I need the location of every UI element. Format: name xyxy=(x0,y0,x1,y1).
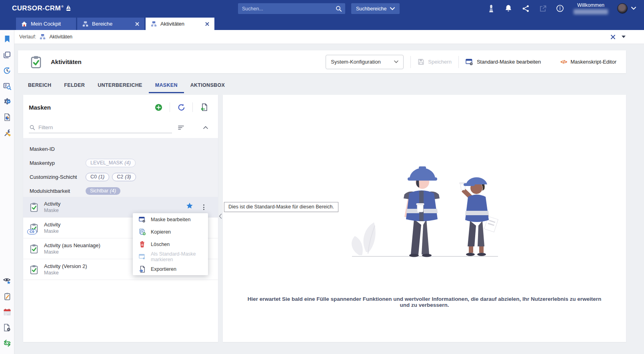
home-icon xyxy=(21,21,27,27)
add-mask-icon[interactable] xyxy=(154,103,163,112)
tools-icon[interactable] xyxy=(3,128,12,137)
windows-copy-icon[interactable] xyxy=(3,50,12,59)
close-tab-icon[interactable] xyxy=(135,22,139,26)
history-entry[interactable]: Aktivitäten xyxy=(49,34,72,40)
trash-icon xyxy=(138,241,146,248)
welcome-label: Willkommen xyxy=(577,2,604,8)
filter-chip[interactable]: C2 (3) xyxy=(112,173,136,181)
configuration-select-value: System-Konfiguration xyxy=(331,59,380,65)
search-icon[interactable] xyxy=(336,6,342,12)
attr-customizing-schicht: Customizing-Schicht C0 (1) C2 (3) xyxy=(30,170,212,184)
sitemap-icon xyxy=(151,21,157,27)
process-gear-icon[interactable] xyxy=(3,97,12,106)
sync-arrows-icon[interactable] xyxy=(3,339,12,348)
bookmark-icon[interactable] xyxy=(3,35,12,44)
sort-icon[interactable] xyxy=(178,125,184,130)
notifications-bell-icon[interactable] xyxy=(504,4,513,13)
mask-title: Activity (aus Neuanlage) xyxy=(44,242,100,248)
mask-script-editor-button[interactable]: </> Maskenskript-Editor xyxy=(560,59,616,65)
masks-panel-header: Masken xyxy=(23,95,218,120)
search-scopes-button[interactable]: Suchbereiche xyxy=(351,3,400,14)
global-search[interactable] xyxy=(238,3,345,14)
panel-collapse-handle[interactable] xyxy=(218,212,223,220)
tab-aktivitaeten[interactable]: Aktivitäten xyxy=(146,18,214,30)
attr-masken-id: Masken-ID xyxy=(30,142,212,156)
mask-context-menu: Maske bearbeiten Kopieren xyxy=(133,213,208,275)
save-floppy-icon xyxy=(418,58,424,65)
report-document-icon[interactable] xyxy=(3,113,12,122)
share-icon[interactable] xyxy=(521,4,530,13)
tab-felder[interactable]: FELDER xyxy=(58,79,91,93)
row-menu-kebab-icon[interactable] xyxy=(202,204,205,211)
history-row: Verlauf: Aktivitäten xyxy=(14,30,644,44)
history-clock-icon[interactable] xyxy=(3,66,12,75)
mask-clipboard-icon xyxy=(30,265,38,274)
filter-chip[interactable]: C0 (1) xyxy=(86,173,109,181)
chip-text: C2 xyxy=(117,174,123,180)
tab-masken[interactable]: MASKEN xyxy=(149,79,184,93)
search-input[interactable] xyxy=(242,6,336,12)
chip-text: Sichtbar xyxy=(90,188,108,194)
mask-title: Activity xyxy=(44,222,60,228)
user-menu[interactable] xyxy=(617,3,636,14)
standard-mask-tooltip: Dies ist die Standard-Maske für diesen B… xyxy=(224,202,338,212)
tab-mein-cockpit[interactable]: Mein Cockpit xyxy=(16,18,76,30)
calendar-icon[interactable] xyxy=(3,308,12,316)
menu-item-exportieren[interactable]: Exportieren xyxy=(133,263,208,275)
collapse-filters-icon[interactable] xyxy=(203,126,208,129)
menu-item-loeschen[interactable]: Löschen xyxy=(133,238,208,250)
page-title: Aktivitäten xyxy=(51,58,82,65)
app-window: CURSOR-CRM® Suchbereiche xyxy=(0,0,644,354)
import-mask-icon[interactable] xyxy=(200,103,208,112)
user-menu-chevron-icon[interactable] xyxy=(631,7,636,10)
watch-favorites-eye-icon[interactable] xyxy=(3,276,12,285)
code-icon: </> xyxy=(560,59,567,65)
tab-bereiche[interactable]: Bereiche xyxy=(77,18,144,30)
tab-bereich[interactable]: BEREICH xyxy=(22,79,58,93)
menu-item-label: Als Standard-Maske markieren xyxy=(151,251,202,262)
history-dropdown-icon[interactable] xyxy=(622,36,626,38)
tab-aktionsbox[interactable]: AKTIONSBOX xyxy=(184,79,231,93)
history-label: Verlauf: xyxy=(19,34,36,40)
mask-subtitle: Maske xyxy=(44,208,60,213)
attr-modulsichtbarkeit: Modulsichtbarkeit Sichtbar (4) xyxy=(30,184,212,198)
mask-clipboard-icon xyxy=(30,244,38,254)
mask-subtitle: Maske xyxy=(44,228,60,234)
edit-standard-mask-button[interactable]: Standard-Maske bearbeiten xyxy=(466,58,541,66)
avatar[interactable] xyxy=(617,3,628,14)
filter-chip[interactable]: Sichtbar (4) xyxy=(86,187,120,195)
configuration-select[interactable]: System-Konfiguration xyxy=(326,55,404,69)
close-history-icon[interactable] xyxy=(610,34,616,40)
mask-edit-icon xyxy=(466,58,473,66)
lighthouse-icon[interactable] xyxy=(487,4,496,13)
search-list-icon[interactable] xyxy=(3,82,12,90)
search-scopes-label: Suchbereiche xyxy=(356,6,386,12)
filter-chip[interactable]: LEVEL_MASK (4) xyxy=(86,159,136,167)
sitemap-icon xyxy=(40,34,46,40)
registered-mark: ® xyxy=(61,5,64,8)
section-tabs: BEREICH FELDER UNTERBEREICHE MASKEN AKTI… xyxy=(22,79,231,93)
edit-standard-mask-label: Standard-Maske bearbeiten xyxy=(477,59,541,65)
entity-header: Aktivitäten System-Konfiguration Speiche… xyxy=(18,50,626,73)
close-tab-icon[interactable] xyxy=(205,22,209,26)
menu-item-maske-bearbeiten[interactable]: Maske bearbeiten xyxy=(133,213,208,226)
info-menu-icon[interactable] xyxy=(556,4,564,13)
menu-item-label: Löschen xyxy=(151,242,170,247)
mask-title: Activity (Version 2) xyxy=(44,263,87,269)
document-settings-icon[interactable] xyxy=(3,323,12,332)
clipboard-edit-icon[interactable] xyxy=(3,292,12,301)
attr-label: Masken-ID xyxy=(30,146,86,152)
menu-item-kopieren[interactable]: Kopieren xyxy=(133,226,208,238)
header-toolbar: System-Konfiguration Speichern xyxy=(326,55,616,69)
chip-count: (4) xyxy=(110,188,116,194)
refresh-icon[interactable] xyxy=(177,103,186,112)
mask-subtitle: Maske xyxy=(44,270,87,276)
divider xyxy=(458,56,459,68)
mask-filter-field[interactable] xyxy=(29,122,172,133)
welcome-block: Willkommen xyxy=(574,2,608,14)
masks-panel-title: Masken xyxy=(29,104,51,111)
workers-illustration xyxy=(344,160,504,260)
tab-unterbereiche[interactable]: UNTERBEREICHE xyxy=(91,79,149,93)
standard-mask-star-icon[interactable] xyxy=(186,202,193,209)
mask-filter-input[interactable] xyxy=(38,124,171,130)
